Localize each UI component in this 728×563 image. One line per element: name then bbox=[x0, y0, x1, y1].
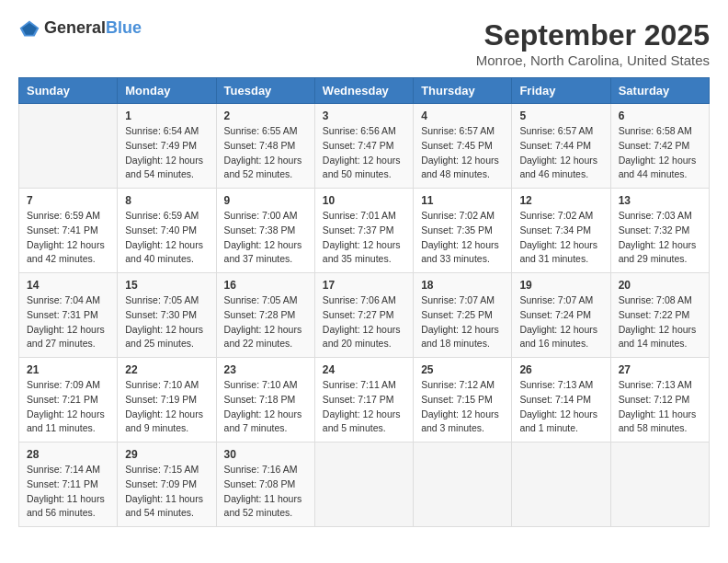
weekday-header-tuesday: Tuesday bbox=[216, 78, 314, 104]
day-info: Sunrise: 7:03 AMSunset: 7:32 PMDaylight:… bbox=[619, 209, 701, 267]
calendar-cell: 11Sunrise: 7:02 AMSunset: 7:35 PMDayligh… bbox=[414, 189, 512, 273]
day-number: 19 bbox=[519, 279, 602, 292]
weekday-header-friday: Friday bbox=[512, 78, 610, 104]
weekday-header-thursday: Thursday bbox=[414, 78, 512, 104]
day-number: 4 bbox=[421, 109, 504, 122]
calendar-cell: 20Sunrise: 7:08 AMSunset: 7:22 PMDayligh… bbox=[610, 273, 709, 358]
calendar-cell: 28Sunrise: 7:14 AMSunset: 7:11 PMDayligh… bbox=[19, 442, 118, 527]
logo-general-text: General bbox=[44, 18, 106, 37]
day-number: 7 bbox=[27, 194, 109, 207]
calendar-cell: 17Sunrise: 7:06 AMSunset: 7:27 PMDayligh… bbox=[314, 273, 413, 358]
day-info: Sunrise: 6:57 AMSunset: 7:44 PMDaylight:… bbox=[519, 124, 602, 182]
calendar-cell: 23Sunrise: 7:10 AMSunset: 7:18 PMDayligh… bbox=[216, 358, 314, 442]
calendar-cell: 5Sunrise: 6:57 AMSunset: 7:44 PMDaylight… bbox=[512, 104, 610, 189]
calendar-cell: 30Sunrise: 7:16 AMSunset: 7:08 PMDayligh… bbox=[216, 442, 314, 527]
page-header: GeneralBlue September 2025 Monroe, North… bbox=[18, 18, 710, 68]
day-info: Sunrise: 7:10 AMSunset: 7:19 PMDaylight:… bbox=[125, 378, 208, 436]
day-number: 3 bbox=[323, 109, 405, 122]
day-info: Sunrise: 7:05 AMSunset: 7:30 PMDaylight:… bbox=[125, 293, 208, 351]
day-number: 17 bbox=[323, 279, 405, 292]
calendar-cell: 21Sunrise: 7:09 AMSunset: 7:21 PMDayligh… bbox=[19, 358, 118, 442]
calendar-cell: 22Sunrise: 7:10 AMSunset: 7:19 PMDayligh… bbox=[118, 358, 216, 442]
weekday-header-sunday: Sunday bbox=[19, 78, 118, 104]
day-number: 21 bbox=[27, 363, 109, 376]
day-info: Sunrise: 6:55 AMSunset: 7:48 PMDaylight:… bbox=[224, 124, 307, 182]
day-info: Sunrise: 7:15 AMSunset: 7:09 PMDaylight:… bbox=[125, 463, 208, 521]
day-info: Sunrise: 7:13 AMSunset: 7:14 PMDaylight:… bbox=[519, 378, 602, 436]
day-info: Sunrise: 7:00 AMSunset: 7:38 PMDaylight:… bbox=[224, 209, 307, 267]
day-info: Sunrise: 7:13 AMSunset: 7:12 PMDaylight:… bbox=[619, 378, 701, 436]
calendar-cell: 27Sunrise: 7:13 AMSunset: 7:12 PMDayligh… bbox=[610, 358, 709, 442]
day-number: 15 bbox=[125, 279, 208, 292]
logo: GeneralBlue bbox=[18, 18, 142, 38]
day-info: Sunrise: 7:11 AMSunset: 7:17 PMDaylight:… bbox=[323, 378, 405, 436]
week-row-3: 14Sunrise: 7:04 AMSunset: 7:31 PMDayligh… bbox=[19, 273, 710, 358]
day-number: 20 bbox=[619, 279, 701, 292]
day-number: 24 bbox=[323, 363, 405, 376]
day-number: 1 bbox=[125, 109, 208, 122]
week-row-4: 21Sunrise: 7:09 AMSunset: 7:21 PMDayligh… bbox=[19, 358, 710, 442]
week-row-2: 7Sunrise: 6:59 AMSunset: 7:41 PMDaylight… bbox=[19, 189, 710, 273]
calendar-cell bbox=[610, 442, 709, 527]
calendar-cell bbox=[512, 442, 610, 527]
calendar-cell: 7Sunrise: 6:59 AMSunset: 7:41 PMDaylight… bbox=[19, 189, 118, 273]
day-info: Sunrise: 6:56 AMSunset: 7:47 PMDaylight:… bbox=[323, 124, 405, 182]
calendar-cell: 8Sunrise: 6:59 AMSunset: 7:40 PMDaylight… bbox=[118, 189, 216, 273]
calendar-cell bbox=[19, 104, 118, 189]
calendar-cell: 9Sunrise: 7:00 AMSunset: 7:38 PMDaylight… bbox=[216, 189, 314, 273]
calendar-cell bbox=[414, 442, 512, 527]
day-info: Sunrise: 7:07 AMSunset: 7:24 PMDaylight:… bbox=[519, 293, 602, 351]
calendar-cell: 18Sunrise: 7:07 AMSunset: 7:25 PMDayligh… bbox=[414, 273, 512, 358]
calendar-cell: 6Sunrise: 6:58 AMSunset: 7:42 PMDaylight… bbox=[610, 104, 709, 189]
day-number: 29 bbox=[125, 448, 208, 461]
day-number: 2 bbox=[224, 109, 307, 122]
day-info: Sunrise: 7:08 AMSunset: 7:22 PMDaylight:… bbox=[619, 293, 701, 351]
calendar-cell: 1Sunrise: 6:54 AMSunset: 7:49 PMDaylight… bbox=[118, 104, 216, 189]
day-number: 12 bbox=[519, 194, 602, 207]
month-title: September 2025 bbox=[476, 18, 710, 52]
calendar-cell: 13Sunrise: 7:03 AMSunset: 7:32 PMDayligh… bbox=[610, 189, 709, 273]
day-number: 28 bbox=[27, 448, 109, 461]
day-info: Sunrise: 7:16 AMSunset: 7:08 PMDaylight:… bbox=[224, 463, 307, 521]
logo-blue-text: Blue bbox=[106, 18, 142, 37]
day-number: 18 bbox=[421, 279, 504, 292]
day-info: Sunrise: 6:59 AMSunset: 7:40 PMDaylight:… bbox=[125, 209, 208, 267]
day-number: 8 bbox=[125, 194, 208, 207]
day-info: Sunrise: 6:59 AMSunset: 7:41 PMDaylight:… bbox=[27, 209, 109, 267]
calendar-cell: 24Sunrise: 7:11 AMSunset: 7:17 PMDayligh… bbox=[314, 358, 413, 442]
weekday-header-wednesday: Wednesday bbox=[314, 78, 413, 104]
calendar-cell: 15Sunrise: 7:05 AMSunset: 7:30 PMDayligh… bbox=[118, 273, 216, 358]
title-section: September 2025 Monroe, North Carolina, U… bbox=[476, 18, 710, 68]
day-info: Sunrise: 7:02 AMSunset: 7:34 PMDaylight:… bbox=[519, 209, 602, 267]
weekday-header-saturday: Saturday bbox=[610, 78, 709, 104]
day-number: 23 bbox=[224, 363, 307, 376]
day-info: Sunrise: 7:04 AMSunset: 7:31 PMDaylight:… bbox=[27, 293, 109, 351]
calendar-cell: 29Sunrise: 7:15 AMSunset: 7:09 PMDayligh… bbox=[118, 442, 216, 527]
day-number: 5 bbox=[519, 109, 602, 122]
weekday-header-monday: Monday bbox=[118, 78, 216, 104]
day-number: 16 bbox=[224, 279, 307, 292]
calendar-cell: 3Sunrise: 6:56 AMSunset: 7:47 PMDaylight… bbox=[314, 104, 413, 189]
day-info: Sunrise: 7:02 AMSunset: 7:35 PMDaylight:… bbox=[421, 209, 504, 267]
calendar-table: SundayMondayTuesdayWednesdayThursdayFrid… bbox=[18, 77, 710, 527]
day-info: Sunrise: 7:09 AMSunset: 7:21 PMDaylight:… bbox=[27, 378, 109, 436]
day-info: Sunrise: 7:10 AMSunset: 7:18 PMDaylight:… bbox=[224, 378, 307, 436]
calendar-cell: 25Sunrise: 7:12 AMSunset: 7:15 PMDayligh… bbox=[414, 358, 512, 442]
calendar-cell: 10Sunrise: 7:01 AMSunset: 7:37 PMDayligh… bbox=[314, 189, 413, 273]
location-text: Monroe, North Carolina, United States bbox=[476, 52, 710, 68]
day-number: 30 bbox=[224, 448, 307, 461]
day-info: Sunrise: 6:54 AMSunset: 7:49 PMDaylight:… bbox=[125, 124, 208, 182]
calendar-cell: 4Sunrise: 6:57 AMSunset: 7:45 PMDaylight… bbox=[414, 104, 512, 189]
day-number: 6 bbox=[619, 109, 701, 122]
day-info: Sunrise: 6:58 AMSunset: 7:42 PMDaylight:… bbox=[619, 124, 701, 182]
calendar-cell: 12Sunrise: 7:02 AMSunset: 7:34 PMDayligh… bbox=[512, 189, 610, 273]
day-info: Sunrise: 7:05 AMSunset: 7:28 PMDaylight:… bbox=[224, 293, 307, 351]
day-number: 25 bbox=[421, 363, 504, 376]
weekday-header-row: SundayMondayTuesdayWednesdayThursdayFrid… bbox=[19, 78, 710, 104]
day-number: 9 bbox=[224, 194, 307, 207]
day-info: Sunrise: 7:14 AMSunset: 7:11 PMDaylight:… bbox=[27, 463, 109, 521]
calendar-cell: 16Sunrise: 7:05 AMSunset: 7:28 PMDayligh… bbox=[216, 273, 314, 358]
day-info: Sunrise: 7:01 AMSunset: 7:37 PMDaylight:… bbox=[323, 209, 405, 267]
day-info: Sunrise: 6:57 AMSunset: 7:45 PMDaylight:… bbox=[421, 124, 504, 182]
day-number: 22 bbox=[125, 363, 208, 376]
